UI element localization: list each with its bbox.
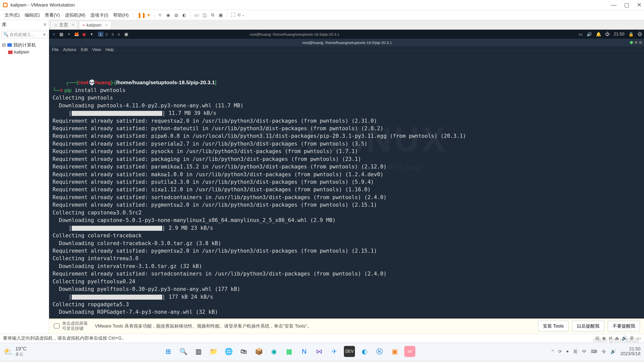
vs-icon[interactable]: ⋈ (314, 346, 325, 357)
revert-icon[interactable]: ◐ (181, 12, 188, 19)
sidebar-search[interactable]: 🔍在此处键入...▾ (2, 31, 47, 38)
lock-icon[interactable]: 🔒 (628, 32, 634, 37)
menubar: 文件(E) 编辑(E) 查看(V) 虚拟机(M) 选项卡(I) 帮助(H) ❚❚… (0, 10, 644, 20)
app-icon[interactable]: ◐ (359, 346, 370, 357)
app-icon[interactable]: Ⓚ (374, 346, 385, 357)
terminal-title: root@huang: /home/huang/setuptools-18.5/… (302, 40, 392, 45)
volume-icon[interactable]: 🔊 (611, 349, 616, 354)
unity-icon[interactable]: ⎚ ▾ (238, 12, 245, 19)
store-icon[interactable]: 🛍 (238, 346, 249, 357)
chevron-down-icon[interactable]: ▾ (89, 31, 94, 37)
search-button[interactable]: 🔍 (178, 346, 189, 357)
window-title-text: root@huang: /home/huang/setuptools-18.5/… (250, 32, 339, 36)
start-button[interactable]: ⊞ (163, 346, 174, 357)
firefox-icon[interactable]: 🦊 (74, 31, 79, 37)
maximize-button[interactable]: ▢ (624, 2, 629, 8)
notify-icon[interactable]: 🔔 (596, 32, 601, 37)
volume-icon[interactable]: 🔊 (587, 32, 592, 37)
term-menu-view[interactable]: View (92, 48, 101, 52)
ime-kb-icon[interactable]: ⌨ (591, 349, 597, 354)
tray-chevron-icon[interactable]: ^ (552, 349, 554, 354)
tray-sync-icon[interactable]: ⟳ (558, 349, 562, 354)
kali-logo-icon[interactable]: ⟐ (51, 31, 57, 37)
menu-vm[interactable]: 虚拟机(M) (63, 11, 87, 19)
layout4-icon[interactable]: ▣ (217, 12, 224, 19)
menu-tabs[interactable]: 选项卡(I) (88, 11, 110, 19)
terminal-output[interactable]: KALI LINUX "the quieter you become, the … (49, 53, 644, 319)
bilibili-icon[interactable]: bili (404, 346, 415, 357)
burp-icon[interactable]: ◉ (81, 31, 87, 37)
app-icon[interactable]: ▦ (284, 346, 295, 357)
record-icon[interactable]: ▭ (579, 32, 583, 37)
tree-root[interactable]: ⊟我的计算机 (2, 41, 47, 49)
taskview-button[interactable]: ▥ (193, 346, 204, 357)
term-menu-file[interactable]: File (52, 48, 59, 52)
tray-dot-icon[interactable]: ● (566, 349, 569, 354)
files-icon[interactable]: ▦ (59, 31, 64, 37)
menu-view[interactable]: 查看(V) (43, 11, 62, 19)
fullscreen-icon[interactable]: ⛶ (230, 12, 237, 19)
max-dot-icon[interactable] (634, 41, 637, 44)
vm-icon (8, 51, 13, 54)
install-tools-button[interactable]: 安装 Tools (538, 321, 569, 331)
weather-widget[interactable]: ⛅ 19°C多云 (4, 346, 27, 357)
chevron-down-icon[interactable]: ▾ (43, 32, 46, 37)
layout3-icon[interactable]: ⧉ (209, 12, 216, 19)
network-icon[interactable]: ⏻ (605, 32, 610, 37)
windows-taskbar: ⛅ 19°C多云 ⊞ 🔍 ▥ 📁 🌐 🛍 📦 ◉ ▦ N ⋈ ✈ DEV ◐ Ⓚ… (0, 343, 644, 360)
taskbar-clock[interactable]: 21:502023/9/18 (620, 347, 640, 357)
workspace-switcher[interactable]: 1 2 3 4 (98, 32, 122, 37)
close-dot-icon[interactable] (639, 41, 642, 44)
pause-icon[interactable]: ❚❚ ▾ (136, 12, 151, 18)
send-ctrlaltdel-icon[interactable]: ⎋ (157, 12, 164, 19)
vm-icon: ▪ (83, 23, 84, 28)
never-remind-button[interactable]: 不要提醒我 (608, 321, 640, 331)
menu-help[interactable]: 帮助(H) (111, 11, 131, 19)
weather-icon: ⛅ (4, 347, 13, 356)
tab-kalipwn[interactable]: ▪kalipwn× (79, 21, 111, 29)
explorer-icon[interactable]: 📁 (208, 346, 219, 357)
app-icon[interactable]: N (299, 346, 310, 357)
layout1-icon[interactable]: ▭ (193, 12, 200, 19)
home-icon: ⌂ (54, 22, 57, 28)
ime-zh[interactable]: 中 (582, 349, 586, 354)
close-button[interactable]: ✕ (637, 2, 641, 8)
tree-vm-kalipwn[interactable]: kalipwn (2, 49, 47, 56)
tab-home[interactable]: ⌂主页× (51, 20, 78, 29)
vmware-icon[interactable]: ▣ (389, 346, 400, 357)
app-icon[interactable]: ✈ (329, 346, 340, 357)
window-titlebar: kalipwn - VMware Workstation — ▢ ✕ (0, 0, 644, 10)
csdn-watermark: CSDN @明月清风旧 (593, 337, 639, 344)
snapshot-icon[interactable]: ◉ (165, 12, 172, 19)
clock[interactable]: 21:50 (614, 32, 624, 37)
layout2-icon[interactable]: ◫ (201, 12, 208, 19)
close-icon[interactable]: × (72, 22, 74, 28)
remind-later-button[interactable]: 以后提醒我 (572, 321, 604, 331)
terminal-menubar: File Actions Edit View Help (49, 46, 644, 53)
min-dot-icon[interactable] (630, 41, 633, 44)
sidebar-header: 库 (2, 22, 7, 28)
sidebar-close-icon[interactable]: ✕ (43, 22, 47, 27)
snapshot-manage-icon[interactable]: ◍ (173, 12, 180, 19)
app-terminal-icon[interactable]: ▣ (124, 31, 129, 37)
app-icon[interactable]: 📦 (253, 346, 264, 357)
app-icon[interactable]: DEV (344, 346, 355, 357)
taskbar-apps: ⊞ 🔍 ▥ 📁 🌐 🛍 📦 ◉ ▦ N ⋈ ✈ DEV ◐ Ⓚ ▣ bili (27, 346, 552, 357)
term-menu-help[interactable]: Help (105, 48, 114, 52)
app-icon[interactable]: ◉ (268, 346, 279, 357)
computer-icon (7, 43, 12, 47)
terminal-icon[interactable]: ▪ (66, 31, 72, 37)
close-icon[interactable]: × (105, 23, 108, 28)
menu-file[interactable]: 文件(E) (3, 11, 22, 19)
menu-edit[interactable]: 编辑(E) (23, 11, 42, 19)
edge-icon[interactable]: 🌐 (223, 346, 234, 357)
tab-strip: ⌂主页× ▪kalipwn× (49, 20, 644, 30)
vm-display[interactable]: ⟐ ▦ ▪ 🦊 ◉ ▾ 1 2 3 4 ▣ root@huang: /home/… (49, 30, 644, 319)
term-menu-edit[interactable]: Edit (81, 48, 88, 52)
power-icon[interactable]: ⏻ (638, 32, 642, 37)
wifi-icon[interactable]: 令 (602, 349, 606, 354)
status-msg: 要将输入定向到该虚拟机，请在虚拟机内部单击或按 Ctrl+G。 (3, 335, 126, 341)
term-menu-actions[interactable]: Actions (63, 48, 76, 52)
minimize-button[interactable]: — (611, 2, 617, 8)
ime-en[interactable]: 英 (573, 349, 578, 354)
